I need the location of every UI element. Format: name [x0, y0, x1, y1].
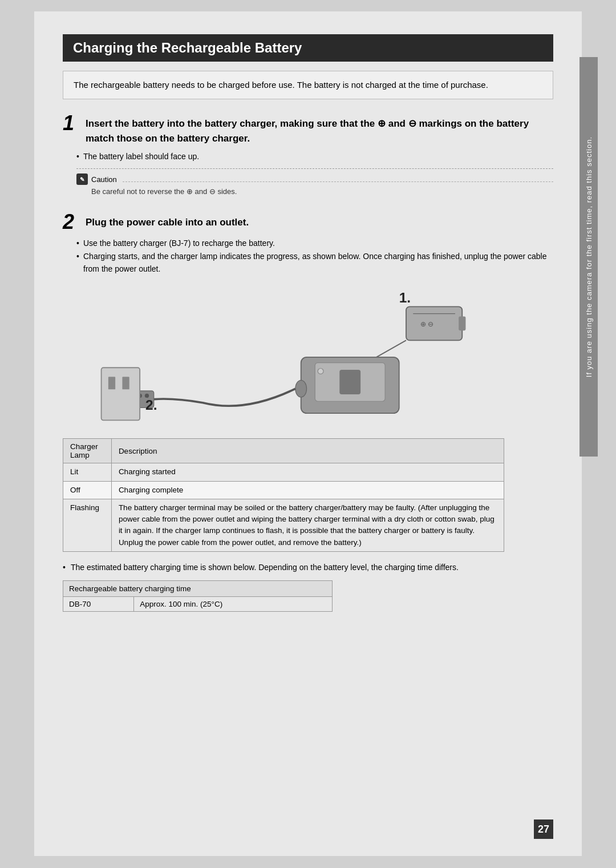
diagram-area: 1. ⊕ ⊖: [63, 287, 553, 427]
caution-box: ✎ Caution Be careful not to reverse the …: [76, 168, 553, 200]
svg-text:1.: 1.: [399, 290, 411, 305]
svg-rect-1: [406, 306, 462, 340]
svg-point-10: [295, 380, 307, 397]
intro-box: The rechargeable battery needs to be cha…: [63, 71, 553, 99]
svg-rect-14: [102, 368, 140, 420]
battery-table: Rechargeable battery charging time DB-70…: [63, 580, 333, 612]
svg-point-9: [318, 368, 323, 374]
charger-table-header-lamp: Charger Lamp: [63, 439, 112, 463]
charger-table-row0-col0: Lit: [63, 463, 112, 481]
step-2-bullet-1: Use the battery charger (BJ-7) to rechar…: [76, 237, 553, 249]
svg-text:2.: 2.: [145, 397, 157, 413]
svg-rect-8: [339, 370, 360, 394]
caution-icon: ✎: [76, 173, 88, 185]
side-tab-text: If you are using the camera for the firs…: [585, 136, 593, 377]
svg-text:⊕  ⊖: ⊕ ⊖: [420, 320, 433, 328]
caution-text: Be careful not to reverse the ⊕ and ⊖ si…: [76, 187, 553, 196]
charger-table-row1-col0: Off: [63, 481, 112, 499]
step-1-header: 1 Insert the battery into the battery ch…: [63, 113, 553, 146]
intro-text: The rechargeable battery needs to be cha…: [74, 80, 488, 90]
charger-table: Charger Lamp Description LitCharging sta…: [63, 438, 504, 552]
charger-table-row2-col1: The battery charger terminal may be soil…: [111, 499, 504, 551]
page-title: Charging the Rechargeable Battery: [63, 34, 553, 62]
page-number: 27: [534, 819, 553, 839]
side-tab: If you are using the camera for the firs…: [579, 57, 598, 457]
step-2-bullets: Use the battery charger (BJ-7) to rechar…: [63, 237, 553, 275]
step-1: 1 Insert the battery into the battery ch…: [63, 113, 553, 200]
page: If you are using the camera for the firs…: [34, 11, 582, 856]
charger-table-row2-col0: Flashing: [63, 499, 112, 551]
charger-table-row1-col1: Charging complete: [111, 481, 504, 499]
step-2: 2 Plug the power cable into an outlet. U…: [63, 212, 553, 275]
step-2-title: Plug the power cable into an outlet.: [86, 215, 249, 230]
diagram-svg: 1. ⊕ ⊖: [63, 287, 553, 427]
bottom-bullet-text: The estimated battery charging time is s…: [63, 561, 553, 574]
battery-table-row0-col1: Approx. 100 min. (25°C): [134, 597, 333, 612]
charger-table-header-desc: Description: [111, 439, 504, 463]
battery-table-row0-col0: DB-70: [63, 597, 134, 612]
step-2-number: 2: [63, 212, 80, 232]
step-1-bullet-1: The battery label should face up.: [76, 150, 553, 163]
step-1-bullets: The battery label should face up.: [63, 150, 553, 163]
svg-rect-15: [108, 377, 115, 389]
svg-rect-2: [459, 316, 465, 330]
step-2-bullet-2: Charging starts, and the charger lamp in…: [76, 250, 553, 276]
caution-label-row: ✎ Caution: [76, 173, 553, 185]
step-1-number: 1: [63, 113, 80, 134]
step-2-header: 2 Plug the power cable into an outlet.: [63, 212, 553, 232]
charger-table-row0-col1: Charging started: [111, 463, 504, 481]
battery-table-header: Rechargeable battery charging time: [63, 581, 333, 597]
caution-label-text: Caution: [91, 175, 117, 184]
step-1-title: Insert the battery into the battery char…: [86, 116, 553, 146]
svg-rect-16: [122, 377, 129, 389]
